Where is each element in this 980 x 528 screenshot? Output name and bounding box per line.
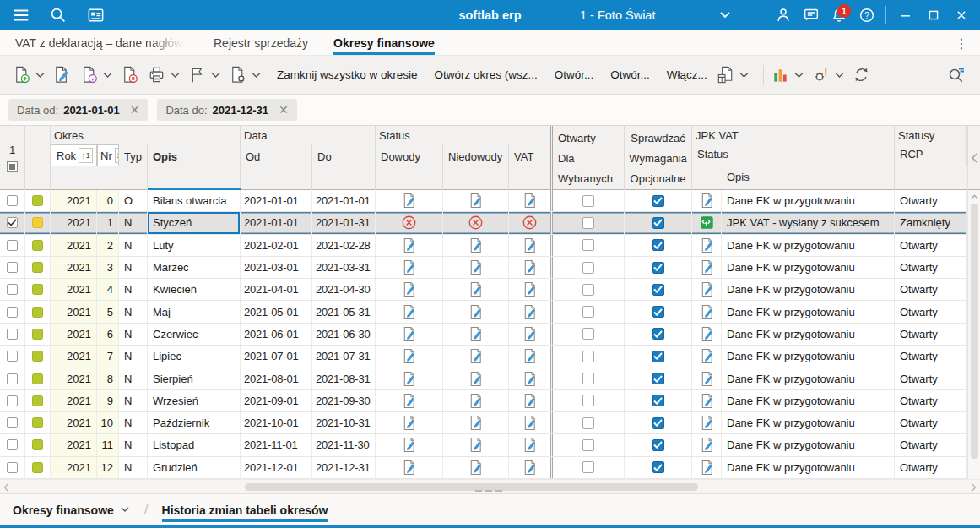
tab-vat-z-deklaracja[interactable]: VAT z deklaracją – dane nagłówkowe: [15, 30, 188, 55]
document-settings-button[interactable]: [228, 65, 261, 84]
filter-chip-data-do[interactable]: Data do: 2021-12-31 ✕: [157, 99, 296, 121]
cell-jpk-opis[interactable]: Dane FK w przygotowaniu: [722, 279, 895, 300]
remove-filter-icon[interactable]: ✕: [130, 104, 140, 116]
group-header-status[interactable]: Status: [376, 126, 550, 144]
cell-sprawdzac-wymagania[interactable]: [625, 367, 692, 389]
cell-rok[interactable]: 2021: [51, 390, 97, 411]
cell-jpk-status-icon[interactable]: [692, 367, 722, 389]
row-checkbox[interactable]: [7, 395, 18, 406]
wymagania-checkbox[interactable]: [652, 439, 664, 451]
otwarty-checkbox[interactable]: [582, 284, 594, 296]
cell-otwarty-dla-wybranych[interactable]: [553, 346, 625, 367]
column-header-vat[interactable]: VAT: [509, 144, 550, 190]
cell-opis[interactable]: Styczeń: [148, 212, 241, 233]
group-header-okres[interactable]: Okres: [51, 126, 241, 144]
tab-rejestr-sprzedazy[interactable]: Rejestr sprzedaży: [214, 30, 308, 55]
cell-rcp[interactable]: Otwarty: [895, 190, 967, 211]
print-button[interactable]: [147, 65, 180, 84]
cell-rcp[interactable]: Zamknięty: [895, 212, 967, 233]
workspace-selector[interactable]: 1 - Foto Świat: [580, 0, 730, 30]
otwarty-checkbox[interactable]: [582, 461, 594, 473]
row-select-cell[interactable]: [0, 346, 25, 367]
cell-opis[interactable]: Październik: [148, 412, 241, 433]
cell-jpk-status-icon[interactable]: [692, 457, 722, 478]
cell-dowody-status[interactable]: [376, 412, 443, 433]
cell-niedowody-status[interactable]: [443, 190, 509, 211]
row-checkbox[interactable]: [7, 373, 18, 384]
cell-nr[interactable]: 1: [97, 212, 119, 233]
cell-rcp[interactable]: Otwarty: [895, 457, 967, 478]
cell-niedowody-status[interactable]: [443, 367, 509, 389]
cell-rcp[interactable]: Otwarty: [895, 367, 967, 389]
cell-do[interactable]: 2021-06-30: [312, 324, 376, 345]
cell-rok[interactable]: 2021: [51, 367, 97, 389]
column-header-niedowody[interactable]: Niedowody: [443, 144, 509, 190]
add-period-button[interactable]: [12, 65, 45, 84]
open-period-button-2[interactable]: Otwór...: [555, 68, 594, 81]
cell-sprawdzac-wymagania[interactable]: [625, 257, 692, 278]
cell-jpk-status-icon[interactable]: [692, 346, 722, 367]
chart-button[interactable]: [771, 65, 804, 84]
cell-nr[interactable]: 2: [97, 235, 119, 256]
cell-rok[interactable]: 2021: [51, 279, 97, 300]
cell-jpk-opis[interactable]: Dane FK w przygotowaniu: [722, 457, 895, 478]
group-header-data[interactable]: Data: [241, 126, 376, 144]
cell-dowody-status[interactable]: [376, 457, 443, 478]
table-row[interactable]: 2021 6 N Czerwiec 2021-06-01 2021-06-30 …: [0, 324, 967, 346]
cell-typ[interactable]: N: [119, 434, 148, 455]
cell-nr[interactable]: 0: [97, 190, 119, 211]
cell-dowody-status[interactable]: [376, 257, 443, 278]
cell-otwarty-dla-wybranych[interactable]: [553, 235, 625, 256]
open-period-button-3[interactable]: Otwór...: [610, 68, 650, 81]
row-select-cell[interactable]: [0, 212, 25, 233]
cell-jpk-opis[interactable]: Dane FK w przygotowaniu: [722, 301, 895, 322]
cell-jpk-opis[interactable]: Dane FK w przygotowaniu: [722, 324, 895, 345]
scroll-left-icon[interactable]: [0, 480, 12, 494]
otwarty-checkbox[interactable]: [582, 262, 594, 274]
cell-vat-status[interactable]: [509, 257, 550, 278]
cell-sprawdzac-wymagania[interactable]: [625, 434, 692, 455]
close-all-in-period-button[interactable]: Zamknij wszystko w okresie: [277, 68, 418, 81]
row-select-cell[interactable]: [0, 257, 25, 278]
cell-rcp[interactable]: Otwarty: [895, 279, 967, 300]
cell-opis[interactable]: Kwiecień: [148, 279, 241, 300]
horizontal-scroll-thumb[interactable]: [245, 483, 698, 491]
cell-typ[interactable]: N: [119, 457, 148, 478]
cell-sprawdzac-wymagania[interactable]: [625, 301, 692, 322]
cell-niedowody-status[interactable]: [443, 212, 509, 233]
row-checkbox[interactable]: [7, 217, 18, 228]
cell-typ[interactable]: N: [119, 301, 148, 322]
wymagania-checkbox[interactable]: [652, 328, 664, 340]
cell-od[interactable]: 2021-06-01: [241, 324, 312, 345]
menu-button[interactable]: [7, 3, 35, 28]
cell-otwarty-dla-wybranych[interactable]: [553, 457, 625, 478]
column-header-typ[interactable]: Typ: [119, 144, 148, 190]
cell-niedowody-status[interactable]: [443, 390, 509, 411]
cell-rcp[interactable]: Otwarty: [895, 324, 967, 345]
cell-otwarty-dla-wybranych[interactable]: [553, 257, 625, 278]
cell-vat-status[interactable]: [509, 301, 550, 322]
cell-rok[interactable]: 2021: [51, 412, 97, 433]
cell-rcp[interactable]: Otwarty: [895, 412, 967, 433]
cell-od[interactable]: 2021-04-01: [241, 279, 312, 300]
scroll-up-icon[interactable]: [968, 192, 980, 202]
table-row[interactable]: 2021 10 N Październik 2021-10-01 2021-10…: [0, 412, 967, 434]
cell-do[interactable]: 2021-11-30: [312, 434, 376, 455]
cell-rok[interactable]: 2021: [51, 346, 97, 367]
actions-settings-button[interactable]: [811, 65, 844, 84]
filter-chip-data-od[interactable]: Data od: 2021-01-01 ✕: [8, 99, 148, 121]
cell-rcp[interactable]: Otwarty: [895, 390, 967, 411]
cell-do[interactable]: 2021-02-28: [312, 235, 376, 256]
cell-typ[interactable]: N: [119, 235, 148, 256]
cell-do[interactable]: 2021-09-30: [312, 390, 376, 411]
cell-sprawdzac-wymagania[interactable]: [625, 212, 692, 233]
row-checkbox[interactable]: [7, 240, 18, 251]
cell-rok[interactable]: 2021: [51, 434, 97, 455]
cell-sprawdzac-wymagania[interactable]: [625, 324, 692, 345]
table-row[interactable]: 2021 3 N Marzec 2021-03-01 2021-03-31 Da…: [0, 257, 967, 279]
search-results-button[interactable]: [946, 65, 966, 85]
cell-dowody-status[interactable]: [376, 279, 443, 300]
row-select-cell[interactable]: [0, 235, 25, 256]
cell-jpk-opis[interactable]: Dane FK w przygotowaniu: [722, 412, 895, 433]
cell-rcp[interactable]: Otwarty: [895, 346, 967, 367]
